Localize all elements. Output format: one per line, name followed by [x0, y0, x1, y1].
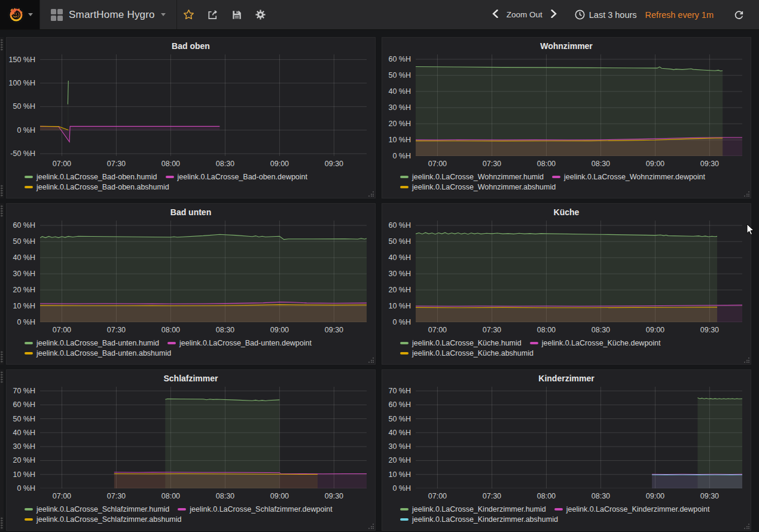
y-axis-tick-label: 70 %H — [7, 387, 35, 395]
chart-plot-area[interactable] — [40, 387, 367, 488]
legend-swatch — [400, 342, 409, 344]
panel-resize-handle[interactable] — [368, 357, 374, 363]
legend-label: jeelink.0.LaCrosse_Küche.dewpoint — [542, 339, 661, 347]
chart-plot-area[interactable] — [416, 387, 742, 488]
legend-item[interactable]: jeelink.0.LaCrosse_Schlafzimmer.humid — [25, 505, 169, 513]
y-axis-tick-label: 10 %H — [382, 136, 411, 144]
top-navbar: SmartHome Hygro — [0, 0, 759, 30]
x-axis-tick-label: 08:30 — [211, 160, 239, 168]
panel-resize-handle[interactable] — [744, 191, 749, 197]
y-axis-tick-label: 40 %H — [382, 429, 411, 437]
panel-resize-handle[interactable] — [368, 191, 374, 197]
star-button[interactable] — [177, 0, 201, 30]
save-button[interactable] — [225, 0, 249, 30]
legend-swatch — [400, 186, 409, 188]
legend-label: jeelink.0.LaCrosse_Bad-oben.humid — [36, 173, 157, 181]
row-drag-handle[interactable] — [0, 37, 4, 198]
legend-item[interactable]: jeelink.0.LaCrosse_Küche.humid — [400, 339, 522, 347]
dashboard-picker[interactable]: SmartHome Hygro — [40, 0, 176, 29]
y-axis-tick-label: 0 %H — [7, 126, 35, 134]
chart-legend: jeelink.0.LaCrosse_Küche.humidjeelink.0.… — [400, 339, 744, 357]
legend-swatch — [400, 176, 409, 178]
panel-resize-handle[interactable] — [744, 524, 749, 529]
x-axis-tick-label: 07:00 — [423, 492, 452, 500]
y-axis-tick-label: 0 %H — [382, 484, 411, 493]
legend-item[interactable]: jeelink.0.LaCrosse_Küche.abshumid — [400, 349, 534, 357]
legend-label: jeelink.0.LaCrosse_Kinderzimmer.dewpoint — [566, 505, 710, 513]
x-axis-tick-label: 07:00 — [423, 160, 452, 168]
chart-plot-area[interactable] — [416, 54, 742, 156]
panel-title[interactable]: Wohnzimmer — [382, 41, 751, 51]
settings-button[interactable] — [249, 0, 273, 30]
time-range-picker[interactable]: Last 3 hours — [575, 10, 637, 20]
legend-swatch — [167, 342, 176, 344]
legend-label: jeelink.0.LaCrosse_Schlafzimmer.abshumid — [36, 515, 181, 524]
legend-item[interactable]: jeelink.0.LaCrosse_Kinderzimmer.dewpoint — [554, 505, 710, 513]
x-axis-tick-label: 09:00 — [641, 492, 669, 500]
panel-title[interactable]: Bad oben — [7, 41, 375, 51]
time-shift-forward-button[interactable] — [545, 0, 563, 30]
y-axis-tick-label: 30 %H — [382, 270, 411, 278]
x-axis-tick-label: 08:00 — [532, 492, 560, 500]
y-axis-tick-label: 40 %H — [7, 253, 35, 262]
legend-item[interactable]: jeelink.0.LaCrosse_Bad-oben.dewpoint — [166, 173, 308, 181]
y-axis-tick-label: 50 %H — [382, 415, 411, 423]
panel-resize-handle[interactable] — [744, 357, 749, 363]
x-axis-tick-label: 09:30 — [319, 492, 348, 500]
panel-title[interactable]: Bad unten — [7, 207, 375, 217]
panel-resize-handle[interactable] — [368, 524, 374, 529]
chevron-left-icon — [492, 10, 498, 18]
y-axis-tick-label: 30 %H — [382, 103, 411, 112]
y-axis-tick-label: -50 %H — [7, 149, 35, 158]
legend-swatch — [178, 508, 186, 510]
legend-item[interactable]: jeelink.0.LaCrosse_Wohnzimmer.dewpoint — [552, 173, 705, 181]
refresh-button[interactable] — [727, 0, 751, 30]
legend-swatch — [552, 176, 560, 178]
dashboard-title: SmartHome Hygro — [69, 9, 155, 21]
legend-swatch — [25, 342, 33, 344]
panel-title[interactable]: Kinderzimmer — [382, 374, 751, 383]
legend-item[interactable]: jeelink.0.LaCrosse_Bad-oben.abshumid — [25, 183, 169, 191]
legend-swatch — [554, 508, 563, 510]
panel-title[interactable]: Küche — [382, 207, 751, 217]
legend-item[interactable]: jeelink.0.LaCrosse_Wohnzimmer.abshumid — [400, 183, 556, 191]
x-axis-tick-label: 07:00 — [423, 326, 452, 334]
legend-item[interactable]: jeelink.0.LaCrosse_Bad-unten.dewpoint — [167, 339, 312, 347]
legend-item[interactable]: jeelink.0.LaCrosse_Kinderzimmer.humid — [400, 505, 546, 513]
legend-label: jeelink.0.LaCrosse_Bad-unten.dewpoint — [179, 339, 312, 347]
time-range-label: Last 3 hours — [589, 10, 637, 20]
zoom-out-button[interactable]: Zoom Out — [504, 10, 545, 19]
chart-plot-area[interactable] — [40, 54, 367, 156]
save-icon — [231, 10, 242, 20]
chart-plot-area[interactable] — [416, 221, 742, 322]
legend-item[interactable]: jeelink.0.LaCrosse_Bad-unten.humid — [25, 339, 159, 347]
time-shift-back-button[interactable] — [486, 0, 504, 30]
legend-label: jeelink.0.LaCrosse_Wohnzimmer.humid — [412, 173, 544, 181]
y-axis-tick-label: 60 %H — [7, 400, 35, 409]
legend-item[interactable]: jeelink.0.LaCrosse_Schlafzimmer.abshumid — [25, 515, 181, 524]
panel-title[interactable]: Schlafzimmer — [7, 374, 375, 383]
legend-swatch — [25, 352, 33, 354]
x-axis-tick-label: 07:00 — [47, 160, 76, 168]
legend-item[interactable]: jeelink.0.LaCrosse_Bad-unten.abshumid — [25, 349, 171, 357]
share-button[interactable] — [201, 0, 225, 30]
chevron-right-icon — [551, 10, 557, 18]
refresh-interval-label[interactable]: Refresh every 1m — [645, 10, 714, 20]
legend-swatch — [25, 176, 33, 178]
grafana-logo-menu[interactable] — [0, 0, 39, 29]
legend-item[interactable]: jeelink.0.LaCrosse_Schlafzimmer.dewpoint — [178, 505, 332, 513]
y-axis-tick-label: 30 %H — [7, 270, 35, 278]
x-axis-tick-label: 08:30 — [586, 160, 615, 168]
chart-plot-area[interactable] — [40, 221, 367, 322]
legend-item[interactable]: jeelink.0.LaCrosse_Wohnzimmer.humid — [400, 173, 544, 181]
x-axis-tick-label: 08:00 — [156, 160, 185, 168]
refresh-icon — [734, 10, 744, 20]
x-axis-tick-label: 09:00 — [265, 160, 294, 168]
row-drag-handle[interactable] — [0, 369, 4, 531]
legend-item[interactable]: jeelink.0.LaCrosse_Bad-oben.humid — [25, 173, 157, 181]
row-drag-handle[interactable] — [0, 203, 4, 365]
legend-item[interactable]: jeelink.0.LaCrosse_Küche.dewpoint — [530, 339, 661, 347]
y-axis-tick-label: 20 %H — [7, 456, 35, 464]
legend-item[interactable]: jeelink.0.LaCrosse_Kinderzimmer.abshumid — [400, 515, 558, 524]
x-axis-tick-label: 07:00 — [47, 326, 76, 334]
